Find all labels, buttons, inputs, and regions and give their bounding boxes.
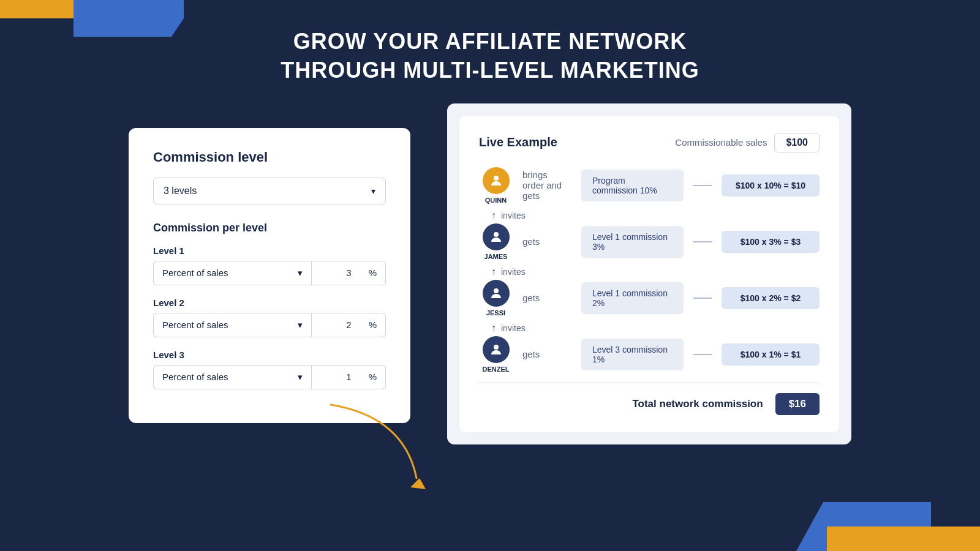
jessi-name: JESSI bbox=[479, 309, 513, 317]
level-2-unit: % bbox=[360, 313, 386, 337]
jessi-avatar-circle bbox=[483, 280, 510, 307]
commission-panel: Commission level 3 levels ▾ Commission p… bbox=[129, 128, 410, 423]
quinn-action: brings order and gets bbox=[522, 170, 571, 201]
connector-line bbox=[693, 185, 712, 186]
live-example-container: Live Example Commissionable sales $100 Q… bbox=[447, 103, 851, 444]
connector-line-3 bbox=[693, 298, 712, 299]
james-action: gets bbox=[522, 236, 571, 247]
commissionable-value: $100 bbox=[774, 133, 820, 152]
invites-label-2: invites bbox=[501, 267, 526, 277]
level-3-type-dropdown[interactable]: Percent of sales ▾ bbox=[153, 365, 311, 389]
level-1-unit: % bbox=[360, 261, 386, 285]
commissionable-label: Commissionable sales bbox=[675, 137, 767, 148]
up-arrow-icon-2: ↑ bbox=[491, 266, 496, 277]
chevron-down-icon: ▾ bbox=[371, 186, 375, 196]
level-1-type-dropdown[interactable]: Percent of sales ▾ bbox=[153, 261, 311, 285]
levels-dropdown[interactable]: 3 levels ▾ bbox=[153, 178, 386, 204]
corner-decoration-br bbox=[796, 502, 980, 551]
levels-dropdown-value: 3 levels bbox=[164, 186, 197, 197]
level-2-value-input[interactable] bbox=[311, 313, 360, 337]
jessi-action: gets bbox=[522, 293, 571, 303]
level-1-type-value: Percent of sales bbox=[162, 268, 228, 278]
curved-arrow-decoration bbox=[294, 392, 429, 490]
corner-decoration-tl bbox=[0, 0, 184, 37]
james-avatar: JAMES bbox=[479, 223, 513, 260]
james-invites-row: ↑ invites bbox=[479, 264, 820, 280]
svg-marker-0 bbox=[410, 478, 426, 489]
chevron-down-icon: ▾ bbox=[298, 268, 303, 279]
jessi-commission-result: $100 x 2% = $2 bbox=[722, 287, 820, 309]
quinn-row: QUINN brings order and gets Program comm… bbox=[479, 167, 820, 204]
live-example-header: Live Example Commissionable sales $100 bbox=[479, 133, 820, 152]
james-name: JAMES bbox=[479, 253, 513, 260]
james-commission-result: $100 x 3% = $3 bbox=[722, 231, 820, 253]
level-3-inputs: Percent of sales ▾ % bbox=[153, 365, 386, 389]
svg-point-2 bbox=[494, 232, 499, 237]
level-3-type-value: Percent of sales bbox=[162, 372, 228, 382]
james-commission-label: Level 1 commission 3% bbox=[581, 226, 684, 258]
main-layout: Commission level 3 levels ▾ Commission p… bbox=[0, 103, 980, 444]
james-row: JAMES gets Level 1 commission 3% $100 x … bbox=[479, 223, 820, 260]
commission-level-heading: Commission level bbox=[153, 149, 386, 165]
total-value: $16 bbox=[775, 393, 820, 415]
level-2-type-dropdown[interactable]: Percent of sales ▾ bbox=[153, 313, 311, 337]
denzel-avatar: DENZEL bbox=[479, 336, 513, 373]
quinn-commission-result: $100 x 10% = $10 bbox=[722, 174, 820, 197]
svg-point-1 bbox=[494, 176, 499, 181]
total-divider bbox=[479, 383, 820, 383]
connector-line-4 bbox=[693, 354, 712, 355]
james-avatar-circle bbox=[483, 223, 510, 250]
quinn-commission-label: Program commission 10% bbox=[581, 170, 684, 201]
level-2-label: Level 2 bbox=[153, 298, 386, 308]
up-arrow-icon-3: ↑ bbox=[491, 323, 496, 334]
level-1-block: Level 1 Percent of sales ▾ % bbox=[153, 246, 386, 285]
quinn-invites-row: ↑ invites bbox=[479, 208, 820, 223]
svg-point-4 bbox=[494, 345, 499, 350]
live-example-panel: Live Example Commissionable sales $100 Q… bbox=[459, 116, 839, 432]
denzel-name: DENZEL bbox=[479, 365, 513, 373]
commissionable-sales-section: Commissionable sales $100 bbox=[675, 133, 820, 152]
jessi-avatar: JESSI bbox=[479, 280, 513, 317]
connector-line-2 bbox=[693, 241, 712, 242]
chevron-down-icon: ▾ bbox=[298, 320, 303, 331]
up-arrow-icon: ↑ bbox=[491, 210, 496, 221]
invites-label-3: invites bbox=[501, 323, 526, 333]
live-example-title: Live Example bbox=[479, 135, 557, 149]
level-3-label: Level 3 bbox=[153, 350, 386, 360]
level-3-unit: % bbox=[360, 365, 386, 389]
total-row: Total network commission $16 bbox=[479, 393, 820, 415]
denzel-row: DENZEL gets Level 3 commission 1% $100 x… bbox=[479, 336, 820, 373]
quinn-avatar: QUINN bbox=[479, 167, 513, 204]
commission-per-level-heading: Commission per level bbox=[153, 222, 386, 234]
level-3-value-input[interactable] bbox=[311, 365, 360, 389]
jessi-row: JESSI gets Level 1 commission 2% $100 x … bbox=[479, 280, 820, 317]
level-1-inputs: Percent of sales ▾ % bbox=[153, 261, 386, 285]
level-2-inputs: Percent of sales ▾ % bbox=[153, 313, 386, 337]
chevron-down-icon: ▾ bbox=[298, 372, 303, 383]
quinn-name: QUINN bbox=[479, 197, 513, 204]
quinn-avatar-circle bbox=[483, 167, 510, 194]
level-2-type-value: Percent of sales bbox=[162, 320, 228, 330]
denzel-commission-result: $100 x 1% = $1 bbox=[722, 343, 820, 365]
jessi-invites-row: ↑ invites bbox=[479, 320, 820, 336]
total-label: Total network commission bbox=[632, 398, 763, 410]
level-2-block: Level 2 Percent of sales ▾ % bbox=[153, 298, 386, 337]
denzel-action: gets bbox=[522, 349, 571, 359]
denzel-avatar-circle bbox=[483, 336, 510, 363]
commission-per-level-section: Commission per level Level 1 Percent of … bbox=[153, 222, 386, 389]
denzel-commission-label: Level 3 commission 1% bbox=[581, 339, 684, 370]
invites-label-1: invites bbox=[501, 211, 526, 220]
levels-dropdown-wrapper: 3 levels ▾ bbox=[153, 178, 386, 204]
svg-point-3 bbox=[494, 288, 499, 293]
level-1-value-input[interactable] bbox=[311, 261, 360, 285]
level-1-label: Level 1 bbox=[153, 246, 386, 256]
jessi-commission-label: Level 1 commission 2% bbox=[581, 282, 684, 314]
level-3-block: Level 3 Percent of sales ▾ % bbox=[153, 350, 386, 389]
